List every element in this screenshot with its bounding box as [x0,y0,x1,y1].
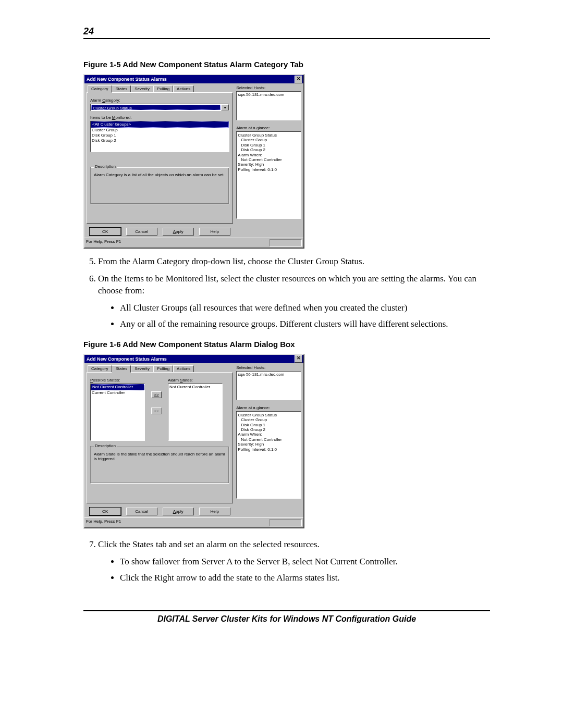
titlebar-text: Add New Component Status Alarms [87,77,295,82]
step-5: From the Alarm Category drop-down list, … [98,256,490,268]
alarm-states-col: Alarm States: Not Current Controller [168,376,223,441]
cancel-button[interactable]: Cancel [126,508,157,515]
glance-line: Disk Group 1 [238,423,300,427]
glance-line: Cluster Group [238,138,300,142]
description-text: Alarm State is the state that the select… [94,452,226,461]
bullet-list: To show failover from Server A to the Se… [111,556,490,584]
tab-actions[interactable]: Actions [173,85,194,92]
figure2-dialog: Add New Component Status Alarms ✕ Catego… [83,354,304,528]
ok-button[interactable]: OK [90,508,121,515]
close-icon[interactable]: ✕ [295,355,302,363]
alarm-category-label: Alarm Category: [90,98,229,103]
step-6: On the Items to be Monitored list, selec… [98,273,490,330]
tab-states[interactable]: States [112,365,131,373]
list-item[interactable]: sqa-56-181.mro.dec.com [238,372,300,377]
glance-line: Alarm When: [238,153,300,157]
list-item[interactable]: Disk Group 2 [91,138,229,143]
tab-actions[interactable]: Actions [173,365,194,372]
possible-states-col: Possible States: Not Current Controller … [90,376,145,441]
page-number: 24 [83,26,94,36]
glance-line: Alarm When: [238,432,300,437]
tab-content: Possible States: Not Current Controller … [87,372,233,503]
bullet-list: All Cluster Groups (all resources that w… [111,302,490,330]
page-footer: DIGITAL Server Cluster Kits for Windows … [83,610,490,624]
possible-states-list[interactable]: Not Current Controller Current Controlle… [90,384,145,441]
move-left-button[interactable]: << [151,408,162,414]
side-panel: Selected Hosts: sqa-56-181.mro.dec.com A… [236,85,301,236]
side-panel: Selected Hosts: sqa-56-181.mro.dec.com A… [236,365,301,515]
tab-states[interactable]: States [112,85,131,92]
alarm-states-list[interactable]: Not Current Controller [168,384,223,441]
figure1-caption: Figure 1-5 Add New Component Status Alar… [83,60,490,69]
apply-button[interactable]: Apply [163,228,194,236]
button-row: OK Cancel Apply Help [87,228,233,236]
titlebar-text: Add New Component Status Alarms [87,356,295,362]
selected-hosts-label: Selected Hosts: [236,85,301,90]
step-list: Click the States tab and set an alarm on… [83,539,490,584]
apply-button[interactable]: Apply [163,508,194,515]
tab-polling[interactable]: Polling [153,365,173,372]
glance-line: Cluster Group Status [238,413,300,417]
items-monitored-list[interactable]: <All Cluster Groups> Cluster Group Disk … [90,121,229,152]
ok-button[interactable]: OK [90,228,121,236]
selected-hosts-list[interactable]: sqa-56-181.mro.dec.com [236,371,301,400]
list-item[interactable]: Disk Group 1 [91,133,229,138]
document-page: 24 Figure 1-5 Add New Component Status A… [0,0,563,655]
alarm-glance-box: Cluster Group Status Cluster Group Disk … [236,411,301,499]
bullet: Any or all of the remaining resource gro… [120,318,490,330]
description-groupbox: Description Alarm State is the state tha… [90,446,229,484]
close-icon[interactable]: ✕ [295,76,302,83]
description-title: Description [94,443,117,448]
tab-severity[interactable]: Severity [131,85,153,92]
glance-line: Cluster Group Status [238,133,300,138]
tab-severity[interactable]: Severity [131,365,153,372]
glance-label: Alarm at a glance: [236,126,301,130]
step-6-text: On the Items to be Monitored list, selec… [98,274,476,295]
states-row: Possible States: Not Current Controller … [90,376,229,441]
glance-line: Severity: High [238,162,300,167]
status-bar: For Help, Press F1 [84,238,303,248]
selected-hosts-label: Selected Hosts: [236,365,301,370]
tab-category[interactable]: Category [88,365,112,372]
description-title: Description [94,164,117,169]
list-item[interactable]: <All Cluster Groups> [91,121,229,128]
bullet: Click the Right arrow to add the state t… [120,572,490,584]
tab-category[interactable]: Category [88,85,112,93]
selected-hosts-list[interactable]: sqa-56-181.mro.dec.com [236,91,301,120]
chevron-down-icon[interactable]: ▼ [221,104,229,110]
glance-line: Polling Interval: 0:1:0 [238,167,300,172]
alarm-states-label: Alarm States: [168,378,223,382]
figure1-dialog: Add New Component Status Alarms ✕ Catego… [83,74,304,249]
glance-line: Not Current Controller [238,157,300,162]
possible-states-label: Possible States: [90,378,145,382]
list-item[interactable]: Not Current Controller [91,384,144,390]
dialog-body: Category States Severity Polling Actions… [84,363,303,517]
status-text: For Help, Press F1 [86,519,270,526]
glance-line: Disk Group 1 [238,143,300,147]
help-button[interactable]: Help [199,508,230,515]
body-text: From the Alarm Category drop-down list, … [83,256,490,330]
list-item[interactable]: Cluster Group [91,128,229,133]
figure2-caption: Figure 1-6 Add New Component Status Alar… [83,340,490,349]
titlebar: Add New Component Status Alarms ✕ [84,75,303,83]
list-item[interactable]: Current Controller [91,390,144,396]
cancel-button[interactable]: Cancel [126,228,157,236]
glance-line: Cluster Group [238,417,300,422]
tabstrip: Category States Severity Polling Actions [88,85,233,92]
list-item[interactable]: sqa-56-181.mro.dec.com [238,92,300,97]
move-right-button[interactable]: >> [151,391,162,398]
glance-line: Disk Group 2 [238,147,300,152]
tab-polling[interactable]: Polling [153,85,173,92]
body-text: Click the States tab and set an alarm on… [83,539,490,584]
help-button[interactable]: Help [199,228,230,236]
glance-line: Not Current Controller [238,437,300,442]
list-item[interactable]: Not Current Controller [168,384,222,390]
step-7-text: Click the States tab and set an alarm on… [98,539,320,549]
main-panel: Category States Severity Polling Actions… [87,85,233,236]
step-7: Click the States tab and set an alarm on… [98,539,490,584]
bullet: All Cluster Groups (all resources that w… [120,302,490,314]
alarm-category-combo[interactable]: Cluster Group Status ▼ [90,104,229,111]
alarm-category-value: Cluster Group Status [91,105,221,110]
status-bar: For Help, Press F1 [84,517,303,527]
status-pane [270,239,302,246]
